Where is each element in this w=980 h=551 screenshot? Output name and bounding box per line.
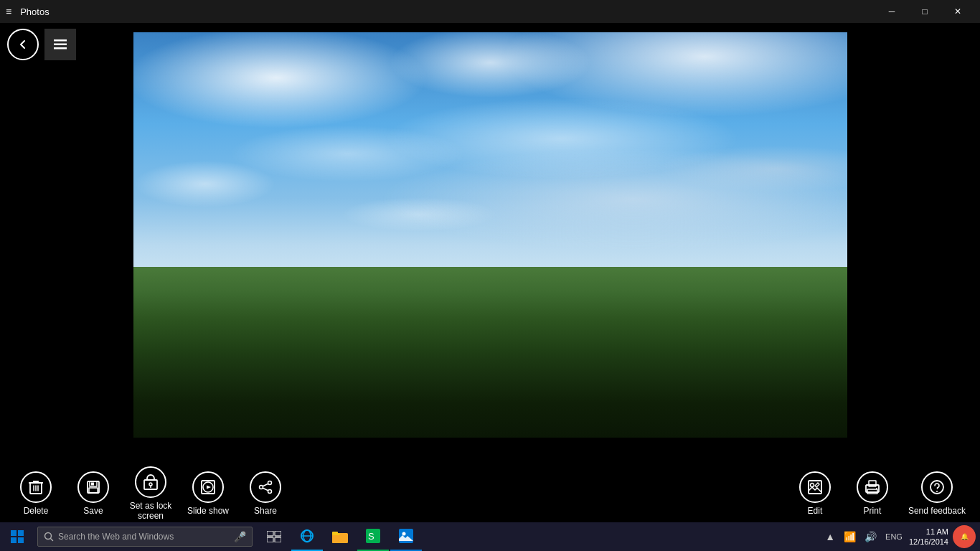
edit-button[interactable]: Edit: [793, 471, 837, 516]
print-icon: [857, 471, 888, 503]
taskbar: Search the Web and Windows 🎤: [0, 522, 980, 551]
slideshow-icon: [192, 471, 224, 503]
time-display: 11 AM: [926, 527, 948, 537]
minimize-button[interactable]: ─: [875, 0, 908, 23]
view-options-button[interactable]: [44, 29, 76, 60]
svg-rect-54: [275, 531, 281, 536]
lockscreen-icon: [135, 466, 166, 498]
share-label: Share: [254, 506, 277, 516]
taskbar-apps: S: [258, 522, 422, 551]
search-placeholder: Search the Web and Windows: [58, 532, 230, 542]
edit-icon: [799, 471, 831, 503]
set-lockscreen-button[interactable]: Set as lockscreen: [129, 466, 172, 521]
svg-rect-53: [267, 531, 273, 536]
svg-rect-49: [18, 530, 24, 536]
feedback-button[interactable]: Send feedback: [908, 471, 966, 516]
feedback-icon: [921, 471, 953, 503]
delete-button[interactable]: Delete: [14, 471, 57, 516]
lockscreen-label: Set as lockscreen: [130, 501, 172, 521]
start-button[interactable]: [0, 522, 34, 551]
photos-taskbar-button[interactable]: [390, 522, 422, 551]
svg-point-37: [268, 481, 272, 485]
save-button[interactable]: Save: [72, 471, 115, 516]
maximize-button[interactable]: □: [908, 0, 941, 23]
print-button[interactable]: Print: [851, 471, 894, 516]
ie-button[interactable]: [291, 522, 323, 551]
photo-controls-top: [7, 29, 76, 60]
network-icon[interactable]: 📶: [842, 531, 858, 542]
edit-label: Edit: [808, 506, 823, 516]
app-title: Photos: [20, 6, 49, 17]
svg-rect-32: [91, 483, 94, 486]
feedback-label: Send feedback: [908, 506, 966, 516]
svg-rect-42: [867, 489, 877, 494]
back-button[interactable]: [7, 29, 39, 60]
svg-rect-56: [275, 537, 281, 542]
tree-layer: [133, 267, 847, 437]
clock[interactable]: 11 AM 12/16/2014: [909, 527, 948, 547]
toolbar-right-group: Edit Print Send f: [793, 471, 966, 516]
close-button[interactable]: ✕: [941, 0, 974, 23]
delete-icon: [20, 471, 52, 503]
photo-area: [0, 23, 980, 446]
slideshow-label: Slide show: [187, 506, 229, 516]
menu-icon[interactable]: ≡: [6, 6, 11, 17]
svg-point-41: [810, 484, 814, 487]
photo-canvas: [133, 32, 847, 438]
svg-rect-55: [267, 537, 273, 542]
save-label: Save: [83, 506, 103, 516]
volume-icon[interactable]: 🔊: [862, 531, 879, 542]
svg-rect-50: [11, 537, 17, 543]
toolbar-left-group: Delete Save: [14, 466, 793, 521]
svg-rect-26: [54, 44, 67, 46]
svg-rect-62: [332, 532, 338, 534]
svg-point-45: [876, 488, 877, 489]
microphone-icon[interactable]: 🎤: [234, 531, 246, 542]
save-icon: [77, 471, 109, 503]
svg-point-66: [402, 532, 406, 536]
taskbar-right: ▲ 📶 🔊 ENG 11 AM 12/16/2014 🔔: [823, 525, 980, 548]
svg-rect-48: [11, 530, 17, 536]
notification-badge[interactable]: 🔔: [953, 525, 976, 548]
bottom-toolbar: Delete Save: [0, 465, 980, 522]
svg-text:S: S: [368, 531, 374, 542]
svg-point-38: [268, 490, 272, 494]
share-button[interactable]: Share: [244, 471, 287, 516]
svg-rect-51: [18, 537, 24, 543]
notification-icon: 🔔: [961, 533, 969, 540]
svg-point-47: [936, 491, 938, 492]
titlebar: ≡ Photos ─ □ ✕: [0, 0, 980, 23]
search-bar[interactable]: Search the Web and Windows 🎤: [37, 527, 253, 547]
share-icon: [250, 471, 281, 503]
svg-point-39: [260, 486, 263, 489]
delete-label: Delete: [24, 506, 49, 516]
store-button[interactable]: S: [357, 522, 389, 551]
svg-rect-40: [809, 481, 821, 494]
task-view-button[interactable]: [258, 522, 290, 551]
language-label[interactable]: ENG: [883, 532, 905, 541]
svg-rect-27: [54, 47, 67, 50]
print-label: Print: [864, 506, 882, 516]
search-icon: [44, 532, 54, 542]
svg-rect-31: [89, 488, 98, 493]
tray-arrow-icon[interactable]: ▲: [823, 531, 837, 542]
svg-rect-25: [54, 39, 67, 42]
slideshow-button[interactable]: Slide show: [187, 471, 230, 516]
date-display: 12/16/2014: [909, 537, 948, 547]
file-explorer-button[interactable]: [324, 522, 356, 551]
